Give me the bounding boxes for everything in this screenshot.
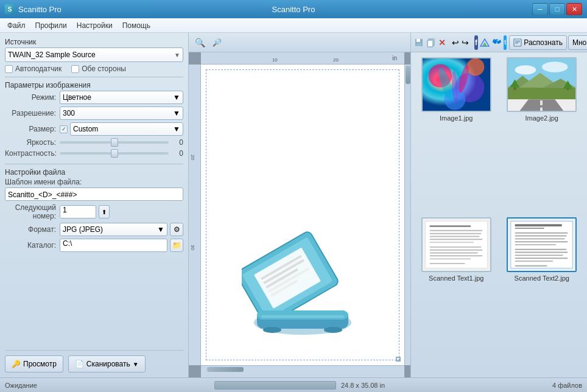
brightness-thumb[interactable] — [111, 138, 118, 147]
copy-button[interactable] — [426, 35, 437, 50]
size-control: ✓ Custom ▼ — [60, 122, 183, 136]
thumbnail-item-1[interactable]: Image1.jpg — [416, 57, 497, 212]
format-settings-button[interactable]: ⚙ — [170, 223, 183, 236]
scrollbar-v-thumb[interactable] — [406, 66, 410, 84]
status-dimensions: 24.8 x 35.08 in — [341, 382, 385, 389]
center-toolbar: 🔍 🔎 — [189, 33, 410, 52]
thumbnail-label-1: Image1.jpg — [440, 114, 473, 122]
file-settings-label: Настройки файла — [5, 168, 183, 177]
minimize-button[interactable]: ─ — [532, 3, 548, 15]
preview-area: in 10 20 20 30 — [189, 52, 410, 377]
svg-rect-58 — [429, 242, 473, 243]
resize-handle[interactable] — [396, 357, 401, 362]
svg-point-12 — [263, 327, 281, 333]
mode-label: Режим: — [5, 93, 60, 102]
maximize-button[interactable]: □ — [549, 3, 565, 15]
size-checkbox[interactable]: ✓ — [60, 125, 68, 133]
size-dropdown[interactable]: Custom ▼ — [70, 122, 183, 136]
thumbnail-item-4[interactable]: Scanned Text2.jpg — [502, 217, 583, 373]
preview-button[interactable]: 🔑 Просмотр — [5, 355, 63, 373]
autofeed-label: Автоподатчик — [15, 65, 62, 73]
contrast-slider[interactable] — [60, 152, 169, 155]
thumbnail-image-2[interactable] — [507, 57, 577, 112]
status-progress — [214, 381, 336, 390]
svg-rect-78 — [515, 261, 554, 262]
thumbnail-image-3[interactable] — [421, 217, 491, 272]
twitter-button[interactable]: t — [504, 35, 507, 50]
svg-rect-61 — [429, 253, 477, 254]
multipage-button[interactable]: Многостраничный ▼ — [568, 35, 587, 50]
multipage-label: Многостраничный — [572, 38, 587, 47]
source-dropdown[interactable]: TWAIN_32 Sample Source ▼ — [5, 47, 183, 62]
thumbnail-item-2[interactable]: Image2.jpg — [502, 57, 583, 212]
dropbox-button[interactable] — [491, 35, 502, 50]
svg-rect-76 — [515, 254, 563, 256]
svg-rect-72 — [515, 241, 568, 242]
bothsides-cb[interactable] — [71, 65, 79, 73]
menu-profiles[interactable]: Профили — [30, 20, 72, 31]
autofeed-checkbox[interactable]: Автоподатчик — [5, 65, 62, 73]
mode-control: Цветное ▼ — [60, 91, 183, 104]
checkboxes-row: Автоподатчик Обе стороны — [5, 65, 183, 73]
bothsides-checkbox[interactable]: Обе стороны — [71, 65, 126, 73]
resolution-value: 300 — [63, 109, 75, 117]
thumbnail-label-4: Scanned Text2.jpg — [515, 275, 569, 282]
brightness-row: Яркость: 0 — [5, 138, 183, 147]
format-value: JPG (JPEG) — [63, 225, 103, 234]
thumbnail-item-3[interactable]: Scanned Text1.jpg — [416, 217, 497, 373]
svg-rect-68 — [515, 228, 544, 229]
menu-settings[interactable]: Настройки — [72, 20, 118, 31]
template-label: Шаблон имени файла: — [5, 178, 183, 186]
right-panel: ✕ ↩ ↪ f t Распознать — [410, 33, 587, 377]
catalog-browse-button[interactable]: 📁 — [170, 239, 183, 252]
brightness-slider[interactable] — [60, 141, 169, 144]
facebook-button[interactable]: f — [474, 35, 478, 50]
svg-point-38 — [515, 65, 536, 74]
zoom-out-button[interactable]: 🔎 — [209, 35, 224, 50]
delete-button[interactable]: ✕ — [438, 35, 446, 50]
ruler-v-mark-30: 30 — [190, 245, 195, 250]
scan-button[interactable]: 📄 Сканировать ▼ — [68, 355, 146, 373]
thumbnail-image-4[interactable] — [507, 217, 577, 272]
recognize-button[interactable]: Распознать — [509, 35, 567, 50]
preview-icon: 🔑 — [12, 360, 21, 368]
catalog-input[interactable]: C:\ — [60, 239, 167, 252]
mode-dropdown[interactable]: Цветное ▼ — [60, 91, 183, 104]
next-num-label: Следующий номер: — [5, 203, 60, 220]
source-value: TWAIN_32 Sample Source — [8, 51, 96, 59]
redo-button[interactable]: ↪ — [461, 35, 469, 50]
scanner-illustration — [242, 231, 364, 353]
undo-button[interactable]: ↩ — [451, 35, 460, 50]
ruler-vertical: 20 30 — [189, 65, 201, 365]
scrollbar-horizontal[interactable] — [201, 365, 404, 377]
scan-page-icon: 📄 — [75, 360, 84, 368]
thumbnail-image-1[interactable] — [421, 57, 491, 112]
spin-up-button[interactable]: ⬆ — [99, 205, 110, 219]
svg-rect-54 — [429, 230, 482, 231]
right-toolbar: ✕ ↩ ↪ f t Распознать — [411, 33, 587, 52]
contrast-row: Контрастность: 0 — [5, 149, 183, 158]
contrast-thumb[interactable] — [111, 149, 118, 158]
scrollbar-h-thumb[interactable] — [207, 367, 244, 372]
resolution-dropdown[interactable]: 300 ▼ — [60, 107, 183, 120]
close-button[interactable]: ✕ — [566, 3, 582, 15]
template-input[interactable]: Scanitto_<D>_<###> — [5, 187, 183, 201]
menu-help[interactable]: Помощь — [118, 20, 155, 31]
source-section: Источник TWAIN_32 Sample Source ▼ Автопо… — [5, 38, 183, 73]
next-num-row: Следующий номер: 1 ⬆ — [5, 203, 183, 220]
format-dropdown[interactable]: JPG (JPEG) ▼ — [60, 223, 167, 236]
gdrive-button[interactable] — [479, 35, 490, 50]
source-label: Источник — [5, 38, 183, 46]
save-button[interactable] — [413, 35, 424, 50]
autofeed-cb[interactable] — [5, 65, 13, 73]
menu-file[interactable]: Файл — [2, 20, 30, 31]
status-left: Ожидание — [5, 382, 194, 389]
format-row: Формат: JPG (JPEG) ▼ ⚙ — [5, 223, 183, 236]
svg-rect-71 — [515, 238, 565, 239]
ruler-v-mark-20: 20 — [190, 155, 195, 160]
status-file-count: 4 файлов — [552, 382, 582, 389]
scrollbar-vertical[interactable] — [404, 65, 410, 365]
next-num-input[interactable]: 1 — [60, 205, 96, 219]
status-bar: Ожидание 24.8 x 35.08 in 4 файлов — [0, 377, 587, 392]
zoom-in-button[interactable]: 🔍 — [192, 35, 207, 50]
